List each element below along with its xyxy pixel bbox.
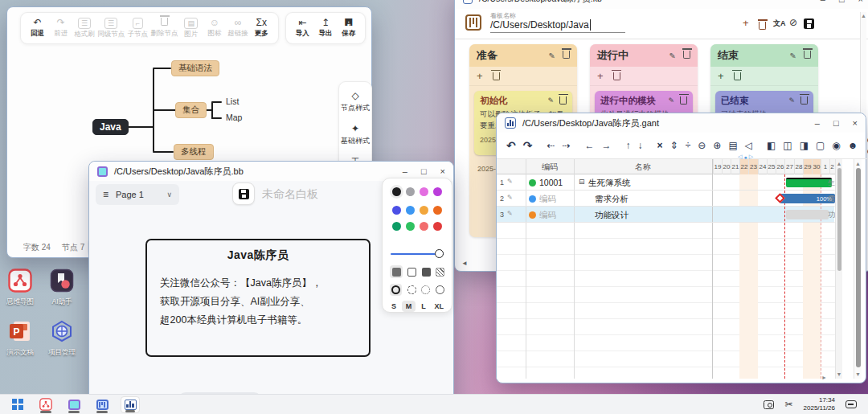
notifications-tray-icon[interactable] xyxy=(845,400,857,408)
undo-button[interactable]: ↶ 回退 xyxy=(27,18,48,39)
board-name-placeholder[interactable]: 未命名白板 xyxy=(262,187,318,202)
maximize-button[interactable]: □ xyxy=(839,0,845,4)
add-card-button[interactable]: + xyxy=(597,70,604,82)
undo-button[interactable]: ↶ xyxy=(506,140,516,151)
close-button[interactable]: × xyxy=(440,166,445,176)
mindmap-root-node[interactable]: Java xyxy=(92,119,129,135)
save-board-button[interactable] xyxy=(804,18,814,32)
screenshot-tray-icon[interactable] xyxy=(764,400,774,409)
kanban-scroll-left-icon[interactable]: ◄ xyxy=(461,260,468,267)
add-user-button[interactable]: ☻ xyxy=(848,140,858,151)
task-bar-empty[interactable] xyxy=(786,210,829,219)
menu-icon[interactable]: ≡ xyxy=(103,189,108,200)
scissors-tray-icon[interactable]: ✂ xyxy=(784,399,792,410)
gantt-inner-scrollbar[interactable]: ▲ ▼ xyxy=(835,159,842,379)
column-header-code[interactable]: 编码 xyxy=(526,159,574,174)
delete-card-icon[interactable] xyxy=(800,96,808,106)
export-button[interactable]: ↥ 导出 xyxy=(315,18,336,39)
save-button[interactable]: 🖪 保存 xyxy=(338,18,359,39)
sibling-node-button[interactable]: ☰ 同级节点 xyxy=(97,18,125,39)
emoji-button[interactable]: ☺ 图标 xyxy=(204,18,225,39)
fill-style-hatch[interactable] xyxy=(436,268,444,277)
share-button[interactable]: ◁ xyxy=(745,140,752,151)
delete-card-icon[interactable] xyxy=(680,96,687,106)
size-l-button[interactable]: L xyxy=(417,301,430,312)
import-button[interactable]: ⇤ 导入 xyxy=(292,18,313,39)
edit-row-icon[interactable]: ✎ xyxy=(507,210,513,217)
mindmap-node-map[interactable]: Map xyxy=(226,113,242,122)
clear-cards-button[interactable] xyxy=(613,69,620,84)
color-swatch[interactable] xyxy=(420,222,428,231)
gantt-titlebar[interactable]: /C/Users/Desktop/Java陈序员.gant – □ × xyxy=(497,113,866,133)
move-left-button[interactable]: ← xyxy=(585,140,595,151)
redo-button[interactable]: ↷ xyxy=(523,140,533,151)
redo-button[interactable]: ↷ 前进 xyxy=(51,18,72,39)
maximize-button[interactable]: □ xyxy=(833,118,839,128)
color-swatch[interactable] xyxy=(420,187,428,196)
clock[interactable]: 17:34 2025/11/26 xyxy=(804,396,835,412)
stroke-width-slider[interactable] xyxy=(391,249,444,258)
minimize-button[interactable]: – xyxy=(821,0,825,4)
save-board-button[interactable] xyxy=(232,182,255,205)
layout-frame-button[interactable]: ▢ xyxy=(816,140,825,151)
taskbar-app-whiteboard[interactable] xyxy=(64,396,84,413)
fill-style-solid[interactable] xyxy=(390,265,403,278)
page-selector[interactable]: ≡ Page 1 ∨ xyxy=(96,184,179,205)
clear-cards-button[interactable] xyxy=(493,69,500,84)
image-button[interactable]: ▤ 图片 xyxy=(181,18,202,39)
delete-column-icon[interactable] xyxy=(683,51,690,60)
translate-button[interactable]: 文A xyxy=(773,18,786,29)
splitter-left-icon[interactable]: ◁ xyxy=(738,154,742,160)
move-right-button[interactable]: → xyxy=(602,140,612,151)
zoom-out-button[interactable]: ⊖ xyxy=(698,140,706,151)
mindmap-node-collections[interactable]: 集合 xyxy=(175,102,207,118)
base-style-button[interactable]: ✦ 基础样式 xyxy=(341,123,370,146)
scrollbar-thumb[interactable] xyxy=(856,168,861,367)
scroll-up-icon[interactable]: ▲ xyxy=(836,161,842,166)
color-swatch[interactable] xyxy=(406,222,415,231)
color-swatch[interactable] xyxy=(406,187,415,196)
delete-node-button[interactable]: 删除节点 xyxy=(151,18,178,39)
stroke-style-thin[interactable] xyxy=(436,285,444,294)
scroll-up-icon[interactable]: ▲ xyxy=(861,13,866,18)
split-button[interactable]: ÷ xyxy=(686,140,691,151)
desktop-icon-project-manage[interactable]: 项目管理 xyxy=(36,319,88,358)
slider-knob[interactable] xyxy=(435,249,444,258)
minimize-button[interactable]: – xyxy=(403,166,407,176)
layout-split-button[interactable]: ◫ xyxy=(783,140,792,151)
splitter-right-icon[interactable]: ▷ xyxy=(749,154,753,160)
edit-card-icon[interactable]: ✎ xyxy=(788,96,795,106)
close-button[interactable]: × xyxy=(858,0,863,4)
edit-column-icon[interactable]: ✎ xyxy=(790,51,796,60)
fill-style-dark[interactable] xyxy=(422,268,431,277)
scroll-down-icon[interactable]: ▼ xyxy=(854,371,862,377)
column-header-name[interactable]: 名称 xyxy=(574,159,712,174)
mindmap-node-multithread[interactable]: 多线程 xyxy=(174,144,214,160)
edit-column-icon[interactable]: ✎ xyxy=(669,51,676,60)
edit-row-icon[interactable]: ✎ xyxy=(507,178,513,185)
color-swatch[interactable] xyxy=(406,206,415,215)
color-swatch[interactable] xyxy=(420,206,428,215)
shift-right-button[interactable]: ⇢ xyxy=(563,140,571,151)
delete-task-button[interactable]: × xyxy=(657,140,663,151)
clear-cards-button[interactable] xyxy=(734,69,741,84)
minimize-button[interactable]: – xyxy=(815,118,820,128)
child-node-button[interactable]: ⌐ 子节点 xyxy=(127,18,148,39)
board-name-input[interactable]: /C/Users/Desktop/Java xyxy=(490,19,625,33)
summary-bar[interactable] xyxy=(786,178,832,187)
size-m-button[interactable]: M xyxy=(402,301,416,312)
layout-left-button[interactable]: ◧ xyxy=(767,140,776,151)
more-button[interactable]: Σx 更多 xyxy=(251,18,272,39)
size-xl-button[interactable]: XL xyxy=(431,301,447,312)
shift-left-button[interactable]: ⇠ xyxy=(547,140,555,151)
stroke-style-bold[interactable] xyxy=(390,284,402,296)
close-button[interactable]: × xyxy=(853,118,858,128)
hide-button[interactable]: ⊘ xyxy=(789,17,797,28)
taskbar-app-kanban[interactable] xyxy=(92,396,112,413)
add-card-button[interactable]: + xyxy=(477,70,483,82)
taskbar-app-gantt[interactable] xyxy=(121,396,140,413)
delete-board-button[interactable] xyxy=(759,18,766,33)
move-up-button[interactable]: ↑ xyxy=(626,140,631,151)
color-swatch[interactable] xyxy=(433,222,442,231)
desktop-icon-ai-assistant[interactable]: AI助手 xyxy=(36,268,88,307)
